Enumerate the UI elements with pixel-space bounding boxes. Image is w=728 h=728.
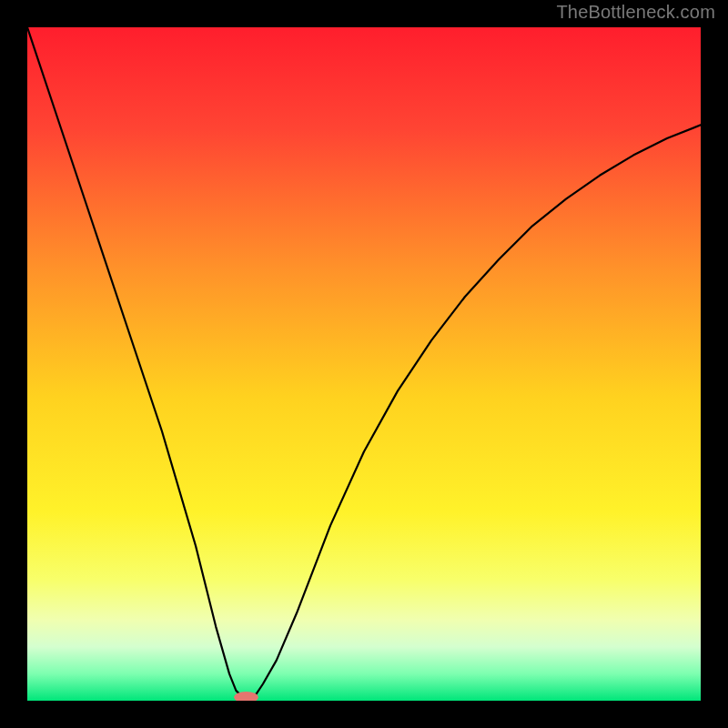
watermark-text: TheBottleneck.com: [556, 2, 715, 23]
bottleneck-chart: [27, 27, 701, 701]
chart-frame: TheBottleneck.com: [0, 0, 728, 728]
gradient-background: [27, 27, 701, 701]
plot-area: [27, 27, 701, 701]
